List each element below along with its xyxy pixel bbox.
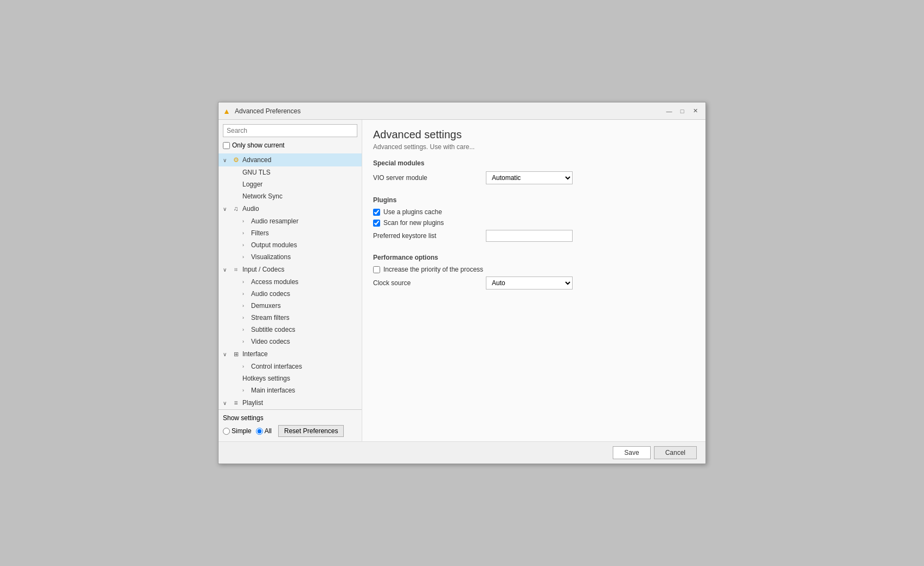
radio-simple-text: Simple <box>232 427 252 435</box>
tree-item-network-sync[interactable]: Network Sync <box>219 190 362 202</box>
tree-label-subtitle-codecs: Subtitle codecs <box>251 326 295 333</box>
tree-label-control-interfaces: Control interfaces <box>251 363 302 370</box>
chevron-access-modules: › <box>242 279 249 285</box>
plugins-section: Plugins Use a plugins cache Scan for new… <box>373 196 695 245</box>
tree-item-access-modules[interactable]: › Access modules <box>219 276 362 288</box>
performance-section: Performance options Increase the priorit… <box>373 254 695 293</box>
tree-item-advanced[interactable]: ∨ ⚙ Advanced <box>219 153 362 166</box>
playlist-icon: ≡ <box>232 398 240 407</box>
clock-source-dropdown[interactable]: Auto <box>486 276 573 290</box>
tree-label-demuxers: Demuxers <box>251 302 281 310</box>
maximize-button[interactable]: □ <box>676 105 688 117</box>
title-bar: ▲ Advanced Preferences — □ ✕ <box>219 102 705 120</box>
only-show-current-label: Only show current <box>232 142 285 149</box>
preferred-keystore-label: Preferred keystore list <box>373 232 482 240</box>
sidebar: Only show current ∨ ⚙ Advanced GNU TLS L… <box>219 120 362 441</box>
only-show-current-row: Only show current <box>223 142 357 149</box>
tree-label-audio-resampler: Audio resampler <box>251 217 298 225</box>
tree-label-gnu-tls: GNU TLS <box>242 169 271 176</box>
codec-icon: ⌗ <box>232 265 240 274</box>
radio-all-text: All <box>265 427 272 435</box>
special-modules-section: Special modules VIO server module Automa… <box>373 159 695 188</box>
tree-item-gnu-tls[interactable]: GNU TLS <box>219 166 362 178</box>
tree-item-main-interfaces[interactable]: › Main interfaces <box>219 384 362 396</box>
tree-item-video-codecs[interactable]: › Video codecs <box>219 336 362 348</box>
tree-item-audio-codecs[interactable]: › Audio codecs <box>219 288 362 300</box>
preferred-keystore-input[interactable] <box>486 230 573 242</box>
use-plugins-cache-checkbox[interactable] <box>373 209 380 216</box>
tree-label-hotkeys-settings: Hotkeys settings <box>242 375 290 382</box>
tree-label-stream-filters: Stream filters <box>251 314 290 321</box>
tree-item-demuxers[interactable]: › Demuxers <box>219 300 362 312</box>
scan-new-plugins-label: Scan for new plugins <box>383 219 444 227</box>
window-footer: Save Cancel <box>219 441 705 464</box>
radio-simple-label: Simple <box>223 427 252 435</box>
tree-label-audio: Audio <box>242 205 259 213</box>
tree-item-interface[interactable]: ∨ ⊞ Interface <box>219 348 362 361</box>
tree-item-output-modules[interactable]: › Output modules <box>219 239 362 251</box>
tree-label-input-codecs: Input / Codecs <box>242 266 284 273</box>
chevron-playlist: ∨ <box>223 400 229 406</box>
use-plugins-cache-row: Use a plugins cache <box>373 208 695 216</box>
tree-label-filters: Filters <box>251 229 269 237</box>
tree-item-visualizations[interactable]: › Visualizations <box>219 251 362 263</box>
plugins-title: Plugins <box>373 196 695 204</box>
reset-preferences-button[interactable]: Reset Preferences <box>278 425 344 437</box>
tree-item-control-interfaces[interactable]: › Control interfaces <box>219 361 362 372</box>
scan-new-plugins-checkbox[interactable] <box>373 220 380 227</box>
chevron-subtitle-codecs: › <box>242 327 249 332</box>
increase-priority-label: Increase the priority of the process <box>383 266 483 273</box>
chevron-stream-filters: › <box>242 315 249 320</box>
chevron-audio-resampler: › <box>242 218 249 224</box>
chevron-control-interfaces: › <box>242 364 249 369</box>
performance-title: Performance options <box>373 254 695 261</box>
advanced-preferences-window: ▲ Advanced Preferences — □ ✕ Only show c… <box>218 102 706 464</box>
main-content: Advanced settings Advanced settings. Use… <box>362 120 705 441</box>
gear-icon: ⚙ <box>232 156 240 164</box>
tree-item-hotkeys-settings[interactable]: Hotkeys settings <box>219 372 362 384</box>
sidebar-footer: Show settings Simple All Reset Preferenc… <box>219 409 362 441</box>
tree-label-video-codecs: Video codecs <box>251 338 290 345</box>
tree-label-interface: Interface <box>242 350 268 358</box>
clock-source-label: Clock source <box>373 279 482 287</box>
chevron-video-codecs: › <box>242 339 249 344</box>
preferred-keystore-row: Preferred keystore list <box>373 230 695 242</box>
tree-item-filters[interactable]: › Filters <box>219 227 362 239</box>
only-show-current-checkbox[interactable] <box>223 142 230 149</box>
search-input[interactable] <box>223 124 357 137</box>
tree-label-advanced: Advanced <box>242 156 271 164</box>
close-button[interactable]: ✕ <box>689 105 701 117</box>
tree-label-main-interfaces: Main interfaces <box>251 387 295 394</box>
tree-item-playlist[interactable]: ∨ ≡ Playlist <box>219 396 362 409</box>
tree-item-stream-filters[interactable]: › Stream filters <box>219 312 362 324</box>
vio-server-dropdown[interactable]: Automatic <box>486 171 573 184</box>
tree-item-audio-resampler[interactable]: › Audio resampler <box>219 215 362 227</box>
chevron-main-interfaces: › <box>242 388 249 393</box>
title-bar-left: ▲ Advanced Preferences <box>223 107 300 115</box>
chevron-output-modules: › <box>242 242 249 248</box>
tree-label-logger: Logger <box>242 181 262 188</box>
chevron-filters: › <box>242 230 249 236</box>
page-title: Advanced settings <box>373 128 695 141</box>
search-box <box>223 124 357 137</box>
clock-source-row: Clock source Auto <box>373 276 695 290</box>
chevron-interface: ∨ <box>223 351 229 357</box>
chevron-input-codecs: ∨ <box>223 267 229 273</box>
increase-priority-checkbox[interactable] <box>373 266 380 273</box>
minimize-button[interactable]: — <box>663 105 675 117</box>
page-subtitle: Advanced settings. Use with care... <box>373 143 695 151</box>
vlc-icon: ▲ <box>223 107 232 115</box>
tree-item-logger[interactable]: Logger <box>219 178 362 190</box>
interface-icon: ⊞ <box>232 350 240 358</box>
radio-all[interactable] <box>256 428 263 435</box>
cancel-button[interactable]: Cancel <box>654 446 697 459</box>
save-button[interactable]: Save <box>613 446 650 459</box>
radio-group: Simple All <box>223 427 272 435</box>
chevron-demuxers: › <box>242 303 249 308</box>
tree-item-input-codecs[interactable]: ∨ ⌗ Input / Codecs <box>219 263 362 276</box>
radio-simple[interactable] <box>223 428 230 435</box>
tree-label-network-sync: Network Sync <box>242 192 283 200</box>
tree-item-audio[interactable]: ∨ ♫ Audio <box>219 202 362 215</box>
tree-item-subtitle-codecs[interactable]: › Subtitle codecs <box>219 324 362 336</box>
tree-label-output-modules: Output modules <box>251 241 297 249</box>
